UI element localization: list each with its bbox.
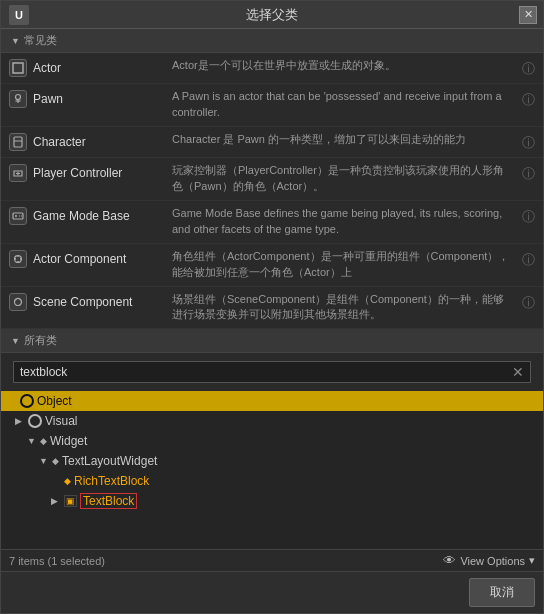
actor-info-icon: ⓘ <box>522 60 535 78</box>
class-item-actor[interactable]: Actor Actor是一个可以在世界中放置或生成的对象。 ⓘ <box>1 53 543 84</box>
scene-component-name: Scene Component <box>33 295 132 309</box>
view-options-button[interactable]: 👁 View Options ▾ <box>443 553 535 568</box>
class-item-game-mode-base-left: Game Mode Base <box>9 206 164 225</box>
actor-component-desc: 角色组件（ActorComponent）是一种可重用的组件（Component）… <box>172 249 514 281</box>
game-mode-base-desc: Game Mode Base defines the game being pl… <box>172 206 514 238</box>
character-info-icon: ⓘ <box>522 134 535 152</box>
tree-item-label-widget: Widget <box>50 434 87 448</box>
tree-item-label-richtextblock: RichTextBlock <box>74 474 149 488</box>
class-item-actor-component-left: Actor Component <box>9 249 164 268</box>
actor-icon <box>9 59 27 77</box>
class-item-actor-component[interactable]: Actor Component 角色组件（ActorComponent）是一种可… <box>1 244 543 287</box>
collapse-arrow: ▼ <box>11 36 20 46</box>
window-title: 选择父类 <box>246 6 298 24</box>
status-bar: 7 items (1 selected) 👁 View Options ▾ <box>1 549 543 571</box>
scene-component-icon <box>9 293 27 311</box>
widget-diamond-icon: ◆ <box>40 436 47 446</box>
svg-rect-12 <box>21 215 22 216</box>
tree-item-label-visual: Visual <box>45 414 77 428</box>
all-classes-arrow: ▼ <box>11 336 20 346</box>
tree-item-label-textlayoutwidget: TextLayoutWidget <box>62 454 157 468</box>
actor-component-info-icon: ⓘ <box>522 251 535 269</box>
tree-item-textblock[interactable]: ▶ ▣ TextBlock <box>1 491 543 511</box>
actor-desc: Actor是一个可以在世界中放置或生成的对象。 <box>172 58 514 74</box>
character-name: Character <box>33 135 86 149</box>
svg-rect-0 <box>13 63 23 73</box>
actor-component-name: Actor Component <box>33 252 126 266</box>
tree-arrow-textblock: ▶ <box>51 496 61 506</box>
svg-rect-11 <box>19 215 20 216</box>
tree-arrow-textlayoutwidget: ▼ <box>39 456 49 466</box>
richtextblock-diamond-icon: ◆ <box>64 476 71 486</box>
scene-component-info-icon: ⓘ <box>522 294 535 312</box>
class-item-character-left: Character <box>9 132 164 151</box>
class-item-player-controller-left: Player Controller <box>9 163 164 182</box>
tree-item-textlayoutwidget[interactable]: ▼ ◆ TextLayoutWidget <box>1 451 543 471</box>
pawn-name: Pawn <box>33 92 63 106</box>
character-icon <box>9 133 27 151</box>
ue-logo: U <box>9 5 29 25</box>
object-icon <box>20 394 34 408</box>
textlayoutwidget-diamond-icon: ◆ <box>52 456 59 466</box>
class-item-actor-left: Actor <box>9 58 164 77</box>
tree-item-label-object: Object <box>37 394 72 408</box>
view-options-label: View Options <box>460 555 525 567</box>
character-desc: Character 是 Pawn 的一种类型，增加了可以来回走动的能力 <box>172 132 514 148</box>
all-classes-header: ▼ 所有类 <box>1 329 543 353</box>
player-controller-desc: 玩家控制器（PlayerController）是一种负责控制该玩家使用的人形角色… <box>172 163 514 195</box>
all-classes-label: 所有类 <box>24 333 57 348</box>
common-class-list: Actor Actor是一个可以在世界中放置或生成的对象。 ⓘ Pawn A P… <box>1 53 543 329</box>
class-item-scene-component-left: Scene Component <box>9 292 164 311</box>
game-mode-base-info-icon: ⓘ <box>522 208 535 226</box>
tree-area[interactable]: Object ▶ Visual ▼ ◆ Widget ▼ ◆ TextLayou… <box>1 391 543 549</box>
cancel-button[interactable]: 取消 <box>469 578 535 607</box>
player-controller-info-icon: ⓘ <box>522 165 535 183</box>
common-classes-label: 常见类 <box>24 33 57 48</box>
search-input[interactable] <box>20 365 508 379</box>
tree-item-visual[interactable]: ▶ Visual <box>1 411 543 431</box>
tree-item-object[interactable]: Object <box>1 391 543 411</box>
pawn-info-icon: ⓘ <box>522 91 535 109</box>
class-item-player-controller[interactable]: Player Controller 玩家控制器（PlayerController… <box>1 158 543 201</box>
player-controller-name: Player Controller <box>33 166 122 180</box>
tree-item-widget[interactable]: ▼ ◆ Widget <box>1 431 543 451</box>
svg-rect-4 <box>14 137 22 147</box>
pawn-desc: A Pawn is an actor that can be 'possesse… <box>172 89 514 121</box>
item-count: 7 items (1 selected) <box>9 555 105 567</box>
view-options-arrow: ▾ <box>529 554 535 567</box>
class-item-pawn-left: Pawn <box>9 89 164 108</box>
tree-arrow-widget: ▼ <box>27 436 37 446</box>
common-classes-header: ▼ 常见类 <box>1 29 543 53</box>
actor-component-icon <box>9 250 27 268</box>
search-bar: ✕ <box>13 361 531 383</box>
svg-point-1 <box>16 95 21 100</box>
player-controller-icon <box>9 164 27 182</box>
class-item-character[interactable]: Character Character 是 Pawn 的一种类型，增加了可以来回… <box>1 127 543 158</box>
pawn-icon <box>9 90 27 108</box>
class-item-pawn[interactable]: Pawn A Pawn is an actor that can be 'pos… <box>1 84 543 127</box>
game-mode-base-icon <box>9 207 27 225</box>
close-button[interactable]: ✕ <box>519 6 537 24</box>
tree-arrow-visual: ▶ <box>15 416 25 426</box>
dialog-window: U 选择父类 ✕ ▼ 常见类 Actor Actor是一个可以在世界中放置或生成… <box>0 0 544 614</box>
tree-item-label-textblock: TextBlock <box>80 493 137 509</box>
all-classes-section: ▼ 所有类 ✕ Object ▶ Visual <box>1 329 543 571</box>
game-mode-base-name: Game Mode Base <box>33 209 130 223</box>
visual-icon <box>28 414 42 428</box>
textblock-icon: ▣ <box>64 495 77 507</box>
tree-item-richtextblock[interactable]: ◆ RichTextBlock <box>1 471 543 491</box>
actor-name: Actor <box>33 61 61 75</box>
eye-icon: 👁 <box>443 553 456 568</box>
class-item-game-mode-base[interactable]: Game Mode Base Game Mode Base defines th… <box>1 201 543 244</box>
bottom-bar: 取消 <box>1 571 543 613</box>
scene-component-desc: 场景组件（SceneComponent）是组件（Component）的一种，能够… <box>172 292 514 324</box>
search-container: ✕ <box>1 353 543 391</box>
class-item-scene-component[interactable]: Scene Component 场景组件（SceneComponent）是组件（… <box>1 287 543 330</box>
titlebar: U 选择父类 ✕ <box>1 1 543 29</box>
search-clear-button[interactable]: ✕ <box>512 365 524 379</box>
